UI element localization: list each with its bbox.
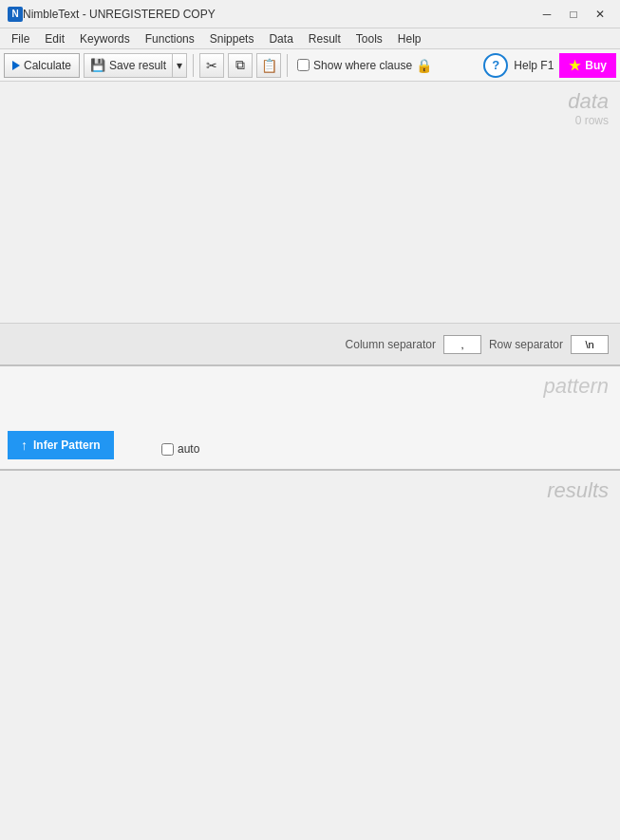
calculate-label: Calculate — [24, 59, 71, 72]
save-result-label: Save result — [109, 59, 166, 72]
floppy-icon: 💾 — [90, 58, 105, 72]
f1-text: F1 — [540, 59, 554, 72]
menu-file[interactable]: File — [4, 28, 37, 49]
main-content: data 0 rows Column separator Row separat… — [0, 82, 620, 840]
auto-label[interactable]: auto — [178, 442, 199, 456]
results-section-label: results — [547, 478, 609, 503]
menu-edit[interactable]: Edit — [37, 28, 72, 49]
buy-label: Buy — [585, 59, 607, 72]
calculate-button[interactable]: Calculate — [4, 53, 80, 78]
menu-snippets[interactable]: Snippets — [202, 28, 262, 49]
toolbar-separator-2 — [287, 54, 288, 77]
up-arrow-icon: ↑ — [21, 438, 28, 453]
results-section: results — [0, 471, 620, 840]
maximize-button[interactable]: □ — [561, 4, 586, 25]
where-clause-area: Show where clause 🔒 — [297, 58, 432, 73]
pattern-section: pattern ↑ Infer Pattern auto — [0, 366, 620, 471]
menu-bar: File Edit Keywords Functions Snippets Da… — [0, 28, 620, 49]
pattern-section-label: pattern — [544, 374, 610, 399]
title-text: NimbleText - UNREGISTERED COPY — [23, 8, 535, 21]
column-separator-label: Column separator — [346, 338, 436, 351]
close-button[interactable]: ✕ — [588, 4, 612, 25]
menu-result[interactable]: Result — [301, 28, 348, 49]
separator-bar: Column separator Row separator — [0, 323, 620, 364]
buy-star-icon: ★ — [569, 58, 581, 73]
infer-pattern-label: Infer Pattern — [33, 439, 101, 452]
toolbar: Calculate 💾 Save result ▾ ✂ ⧉ 📋 Show whe… — [0, 49, 620, 82]
play-icon — [12, 61, 20, 70]
menu-data[interactable]: Data — [261, 28, 300, 49]
data-section: data 0 rows Column separator Row separat… — [0, 82, 620, 366]
help-button[interactable]: ? — [483, 53, 508, 78]
minimize-button[interactable]: ─ — [535, 4, 559, 25]
help-area: ? Help F1 ★ Buy — [483, 53, 616, 78]
save-result-button[interactable]: 💾 Save result ▾ — [84, 53, 187, 78]
toolbar-separator-1 — [193, 54, 194, 77]
save-result-main[interactable]: 💾 Save result — [85, 54, 173, 77]
auto-checkbox[interactable] — [161, 443, 174, 456]
app-logo: N — [8, 7, 23, 22]
column-separator-input[interactable] — [443, 335, 481, 354]
paste-button[interactable]: 📋 — [256, 53, 281, 78]
infer-pattern-button[interactable]: ↑ Infer Pattern — [8, 431, 114, 459]
lock-icon: 🔒 — [416, 58, 432, 73]
data-section-label: data — [568, 89, 609, 114]
where-clause-checkbox[interactable] — [297, 59, 310, 71]
menu-help[interactable]: Help — [390, 28, 429, 49]
menu-tools[interactable]: Tools — [348, 28, 390, 49]
data-editor[interactable] — [0, 82, 620, 323]
window-controls: ─ □ ✕ — [535, 4, 612, 25]
where-clause-label[interactable]: Show where clause — [313, 59, 412, 72]
help-text: Help — [514, 59, 540, 72]
f1-label: Help F1 — [514, 59, 554, 72]
rows-label: 0 rows — [575, 114, 609, 127]
row-separator-label: Row separator — [489, 338, 563, 351]
copy-button[interactable]: ⧉ — [228, 53, 253, 78]
title-bar: N NimbleText - UNREGISTERED COPY ─ □ ✕ — [0, 0, 620, 28]
row-separator-input[interactable] — [571, 335, 609, 354]
menu-keywords[interactable]: Keywords — [72, 28, 138, 49]
buy-button[interactable]: ★ Buy — [559, 53, 616, 78]
menu-functions[interactable]: Functions — [138, 28, 202, 49]
auto-checkbox-area: auto — [161, 442, 199, 456]
save-result-dropdown-arrow[interactable]: ▾ — [173, 54, 186, 77]
cut-button[interactable]: ✂ — [199, 53, 224, 78]
